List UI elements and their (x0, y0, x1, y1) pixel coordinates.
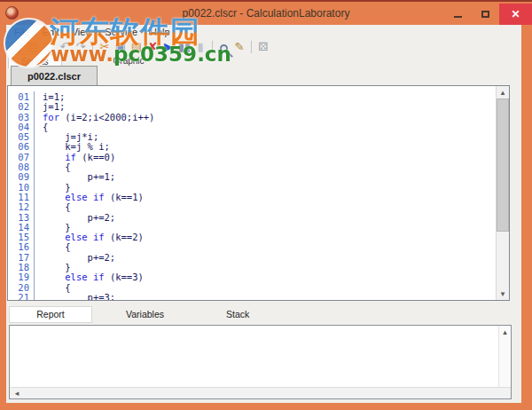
paste-icon[interactable]: ▨ (129, 39, 145, 54)
line-number: 15 (8, 232, 35, 241)
undo-icon[interactable]: ↶ (57, 39, 73, 54)
code-text: { (35, 241, 71, 251)
line-number: 10 (8, 182, 35, 192)
code-area[interactable]: 01i=1;02j=1;03for (i=2;i<2000;i++)04{05 … (8, 86, 496, 300)
document-tab[interactable]: p0022.clscr (11, 66, 98, 85)
toolbar: □▤▦↶↷✂▣▨✘▶▮▮▮✎⚄ (9, 38, 271, 55)
menu-item-service[interactable]: Service (98, 26, 144, 39)
window-controls: ✕ (444, 4, 532, 25)
code-text: { (35, 162, 71, 171)
save-icon[interactable]: ▦ (41, 39, 57, 54)
line-number: 14 (8, 222, 35, 232)
bottom-tabs: ReportVariablesStack (9, 305, 249, 323)
code-text: if (k==0) (35, 152, 115, 162)
copy-icon[interactable]: ▣ (113, 39, 129, 54)
code-line: 16 { (8, 241, 496, 251)
scroll-up-icon[interactable]: ▴ (497, 86, 509, 99)
output-panel: ▴ ◂ (9, 325, 512, 399)
code-line: 20 { (8, 282, 496, 292)
code-line: 11 else if (k==1) (8, 192, 496, 201)
code-text: } (35, 262, 71, 272)
menu-item-view[interactable]: View (66, 26, 99, 39)
scroll-left-icon[interactable]: ◂ (10, 388, 24, 399)
tab-stack[interactable]: Stack (226, 309, 249, 319)
menu-bar: FileEditViewServiceHelp (8, 26, 176, 39)
line-number: 12 (8, 201, 35, 211)
toolbar-separator (251, 41, 252, 53)
scroll-down-icon[interactable]: ▾ (497, 288, 509, 300)
line-number: 03 (8, 112, 35, 122)
code-text: p+=2; (35, 252, 115, 262)
code-line: 01i=1; (8, 91, 496, 101)
editor-scrollbar-thumb[interactable] (497, 99, 509, 232)
code-line: 02j=1; (8, 101, 496, 111)
pause-icon[interactable]: ▮▮ (176, 39, 192, 54)
code-line: 03for (i=2;i<2000;i++) (8, 112, 496, 122)
tab-graphic[interactable]: Graphic (101, 54, 157, 68)
menu-item-edit[interactable]: Edit (36, 26, 66, 39)
line-number: 21 (8, 292, 35, 300)
line-number: 19 (8, 272, 35, 281)
code-text: else if (k==2) (35, 232, 144, 241)
code-text: } (35, 182, 71, 192)
scroll-up-icon[interactable]: ▴ (499, 326, 511, 338)
menu-item-help[interactable]: Help (144, 26, 176, 39)
code-line: 07 if (k==0) (8, 152, 496, 162)
menu-item-file[interactable]: File (8, 26, 36, 39)
tab-variables[interactable]: Variables (126, 309, 164, 319)
line-number: 04 (8, 122, 35, 131)
delete-icon[interactable]: ✘ (145, 39, 160, 54)
check-syntax-icon[interactable] (220, 44, 228, 52)
close-button[interactable]: ✕ (499, 4, 532, 25)
code-line: 15 else if (k==2) (8, 232, 496, 241)
line-number: 08 (8, 162, 35, 171)
code-line: 19 else if (k==3) (8, 272, 496, 281)
code-text: { (35, 282, 71, 292)
code-text: { (35, 201, 71, 211)
line-number: 06 (8, 141, 35, 151)
line-number: 13 (8, 212, 35, 222)
line-number: 02 (8, 101, 35, 111)
toolbar-separator (92, 41, 93, 53)
edit-pen-icon[interactable]: ✎ (231, 39, 247, 54)
cut-icon[interactable]: ✂ (97, 39, 113, 54)
code-line: 12 { (8, 201, 496, 211)
code-text: else if (k==1) (35, 192, 144, 201)
code-text: p+=1; (35, 171, 115, 181)
line-number: 16 (8, 241, 35, 251)
line-number: 18 (8, 262, 35, 272)
report-output[interactable] (10, 326, 498, 387)
code-line: 17 p+=2; (8, 252, 496, 262)
code-line: 18 } (8, 262, 496, 272)
new-file-icon[interactable]: □ (9, 39, 25, 54)
line-number: 09 (8, 171, 35, 181)
output-horizontal-scrollbar[interactable]: ◂ (10, 387, 511, 398)
redo-icon[interactable]: ↷ (73, 39, 89, 54)
app-window: p0022.clscr - CalculationLaboratory ✕ Fi… (0, 0, 532, 410)
output-vertical-scrollbar[interactable]: ▴ (498, 326, 511, 387)
code-line: 05 j=j*i; (8, 131, 496, 141)
minimize-button[interactable] (444, 4, 472, 25)
code-line: 14 } (8, 222, 496, 232)
client-area: FileEditViewServiceHelp □▤▦↶↷✂▣▨✘▶▮▮▮✎⚄ … (6, 25, 521, 403)
code-line: 10 } (8, 182, 496, 192)
maximize-button[interactable] (472, 4, 499, 25)
line-number: 17 (8, 252, 35, 262)
code-text: p+=2; (35, 212, 115, 222)
editor-vertical-scrollbar[interactable]: ▴ ▾ (496, 86, 509, 300)
random-dice-icon[interactable]: ⚄ (255, 39, 271, 54)
code-editor: 01i=1;02j=1;03for (i=2;i<2000;i++)04{05 … (7, 85, 510, 301)
code-line: 21 p+=3; (8, 292, 496, 300)
tab-report[interactable]: Report (9, 306, 92, 323)
code-text: i=1; (35, 91, 65, 101)
code-line: 08 { (8, 162, 496, 171)
code-text: { (35, 122, 48, 131)
open-file-icon[interactable]: ▤ (25, 39, 41, 54)
line-number: 05 (8, 131, 35, 141)
code-line: 04{ (8, 122, 496, 131)
line-number: 20 (8, 282, 35, 292)
code-line: 09 p+=1; (8, 171, 496, 181)
stop-icon[interactable]: ▮ (192, 39, 208, 54)
titlebar: p0022.clscr - CalculationLaboratory ✕ (0, 4, 532, 25)
run-icon[interactable]: ▶ (160, 39, 176, 54)
